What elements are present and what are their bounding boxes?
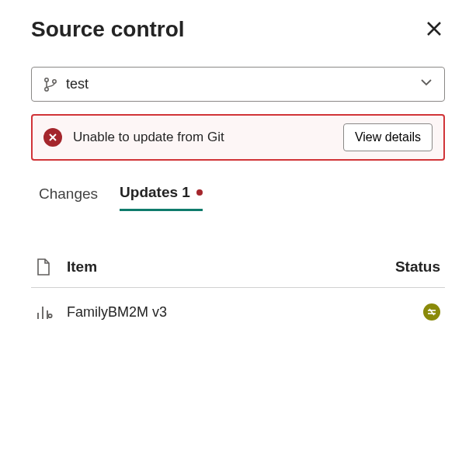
tab-updates[interactable]: Updates 1 [120, 184, 203, 211]
svg-point-3 [48, 314, 51, 317]
conflict-status-icon [423, 303, 440, 321]
svg-point-0 [45, 78, 48, 81]
tab-updates-label: Updates 1 [120, 184, 190, 201]
item-status [423, 303, 440, 321]
item-name: FamilyBM2M v3 [67, 304, 423, 321]
alert-message: Unable to update from Git [73, 130, 343, 145]
error-alert: Unable to update from Git View details [31, 114, 445, 161]
status-column-header: Status [395, 258, 440, 276]
item-column-header: Item [67, 258, 395, 276]
close-button[interactable] [423, 16, 445, 43]
page-title: Source control [31, 17, 185, 42]
file-icon [36, 258, 67, 276]
branch-selector[interactable]: test [31, 67, 445, 102]
error-icon [43, 128, 62, 147]
update-indicator-dot [196, 189, 203, 196]
tab-bar: Changes Updates 1 [31, 184, 445, 211]
close-icon [426, 17, 442, 41]
tab-changes-label: Changes [39, 185, 98, 203]
view-details-button[interactable]: View details [343, 123, 433, 151]
list-item[interactable]: FamilyBM2M v3 [31, 288, 445, 336]
svg-point-1 [45, 87, 48, 90]
semantic-model-icon [36, 303, 67, 321]
branch-icon [43, 77, 58, 92]
tab-changes[interactable]: Changes [39, 184, 98, 211]
list-header: Item Status [31, 258, 445, 288]
branch-name: test [66, 76, 419, 92]
svg-point-2 [53, 79, 56, 82]
chevron-down-icon [419, 75, 433, 93]
